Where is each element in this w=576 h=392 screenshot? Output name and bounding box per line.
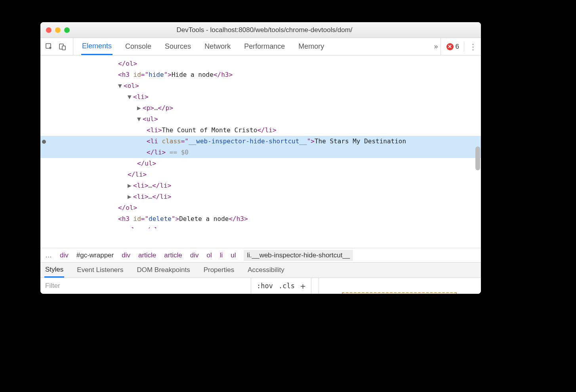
breadcrumb-item[interactable]: #gc-wrapper [76, 251, 114, 259]
styles-subtabs: StylesEvent ListenersDOM BreakpointsProp… [40, 262, 481, 278]
dom-tree-row[interactable]: ▼<ol> [40, 80, 481, 91]
breadcrumb-item[interactable]: article [138, 251, 156, 259]
dom-tree-row[interactable]: ▶<li>…</li> [40, 180, 481, 191]
disclosure-arrow-icon[interactable]: ▶ [128, 180, 133, 191]
styles-actions: :hov .cls + [251, 278, 319, 294]
subtab-dom-breakpoints[interactable]: DOM Breakpoints [136, 263, 191, 278]
dom-tree-row[interactable]: ▼<ul> [40, 114, 481, 125]
error-icon: ✕ [446, 43, 454, 50]
dom-tree-row[interactable]: <h3 id="delete">Delete a node</h3> [40, 213, 481, 225]
dom-tree-row[interactable]: </li> == $0 [40, 147, 481, 158]
toolbar-right-group: ✕ 6 ⋮ [441, 38, 477, 55]
subtab-accessibility[interactable]: Accessibility [247, 263, 285, 278]
error-count-value: 6 [456, 43, 459, 51]
subtab-properties[interactable]: Properties [203, 263, 235, 278]
dom-breadcrumb: …div#gc-wrapperdivarticlearticledivolliu… [40, 248, 481, 262]
error-count-badge[interactable]: ✕ 6 [446, 43, 459, 51]
tab-memory[interactable]: Memory [298, 38, 325, 55]
breadcrumb-overflow[interactable]: … [45, 251, 52, 259]
breadcrumb-item[interactable]: ul [231, 251, 236, 259]
breadcrumb-item[interactable]: div [60, 251, 69, 259]
dom-tree-row[interactable]: ▶<ol>…</ol> [40, 225, 481, 228]
more-tabs-button[interactable]: » [434, 42, 438, 51]
inspect-element-icon[interactable] [44, 42, 54, 51]
dom-tree-row[interactable]: <li class="__web-inspector-hide-shortcut… [40, 136, 481, 147]
minimize-window-button[interactable] [55, 27, 61, 33]
scrollbar-thumb[interactable] [475, 147, 480, 170]
breadcrumb-item[interactable]: li [220, 251, 223, 259]
breadcrumb-item[interactable]: li.__web-inspector-hide-shortcut__ [244, 250, 353, 261]
dom-tree-row[interactable]: ▶<li>…</li> [40, 191, 481, 202]
divider [464, 42, 464, 52]
styles-filter-input[interactable] [40, 278, 251, 294]
styles-toolbar: :hov .cls + [40, 278, 481, 294]
cls-toggle[interactable]: .cls [278, 282, 295, 290]
disclosure-arrow-icon[interactable]: ▶ [128, 55, 133, 58]
dom-tree-row[interactable]: ▼<li> [40, 91, 481, 103]
devtools-top-toolbar: ElementsConsoleSourcesNetworkPerformance… [40, 38, 481, 55]
toolbar-left-group [44, 38, 73, 55]
breadcrumb-item[interactable]: ol [206, 251, 212, 259]
breadcrumb-item[interactable]: div [122, 251, 130, 259]
dom-tree-row[interactable]: </li> [40, 169, 481, 180]
svg-rect-2 [62, 46, 65, 50]
subtab-styles[interactable]: Styles [44, 263, 64, 278]
disclosure-arrow-icon[interactable]: ▶ [137, 103, 143, 114]
devtools-window: DevTools - localhost:8080/web/tools/chro… [40, 22, 481, 294]
close-window-button[interactable] [46, 27, 51, 33]
maximize-window-button[interactable] [64, 27, 70, 33]
tab-performance[interactable]: Performance [243, 38, 286, 55]
tab-sources[interactable]: Sources [164, 38, 192, 55]
dom-tree-row[interactable]: </ul> [40, 158, 481, 169]
tab-console[interactable]: Console [124, 38, 152, 55]
disclosure-arrow-icon[interactable]: ▼ [118, 80, 124, 91]
panel-tabs: ElementsConsoleSourcesNetworkPerformance… [81, 38, 432, 55]
breadcrumb-item[interactable]: div [190, 251, 199, 259]
disclosure-arrow-icon[interactable]: ▶ [118, 225, 124, 228]
tab-elements[interactable]: Elements [81, 38, 113, 55]
tab-network[interactable]: Network [204, 38, 231, 55]
dom-tree-row[interactable]: </ol> [40, 202, 481, 213]
hover-toggle[interactable]: :hov [257, 282, 273, 290]
dom-tree-row[interactable]: <h3 id="hide">Hide a node</h3> [40, 69, 481, 80]
elements-dom-tree[interactable]: ▶<li>…</li></ol><h3 id="hide">Hide a nod… [40, 55, 481, 248]
box-model-preview [319, 278, 481, 294]
dom-tree-row[interactable]: ▶<li>…</li> [40, 55, 481, 58]
window-title: DevTools - localhost:8080/web/tools/chro… [73, 26, 456, 34]
hidden-node-marker-icon [42, 140, 46, 144]
kebab-menu-icon[interactable]: ⋮ [469, 43, 477, 51]
margin-box-dashed [342, 292, 457, 294]
divider [311, 278, 311, 294]
new-style-rule-button[interactable]: + [300, 281, 305, 291]
toggle-device-icon[interactable] [58, 42, 67, 51]
disclosure-arrow-icon[interactable]: ▼ [137, 114, 143, 125]
dom-tree-row[interactable]: ▶<p>…</p> [40, 103, 481, 114]
disclosure-arrow-icon[interactable]: ▶ [128, 191, 133, 202]
breadcrumb-item[interactable]: article [164, 251, 182, 259]
dom-tree-row[interactable]: <li>The Count of Monte Cristo</li> [40, 125, 481, 136]
subtab-event-listeners[interactable]: Event Listeners [76, 263, 124, 278]
disclosure-arrow-icon[interactable]: ▼ [128, 91, 133, 103]
traffic-lights [46, 27, 70, 33]
titlebar: DevTools - localhost:8080/web/tools/chro… [40, 22, 481, 38]
dom-tree-row[interactable]: </ol> [40, 58, 481, 69]
